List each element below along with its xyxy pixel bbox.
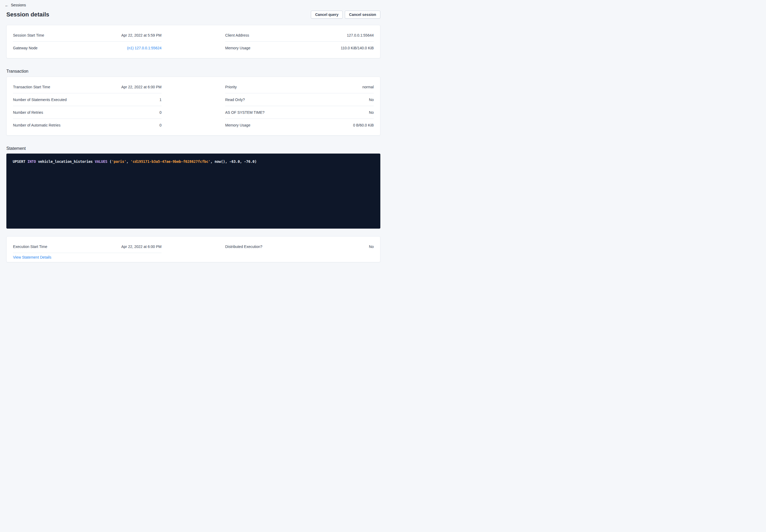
execution-right-column: Distributed Execution? No <box>225 240 374 260</box>
sql-string-token: 'paris' <box>112 159 127 164</box>
sql-string-token: 'cd195171-b3a5-47ae-9beb-f028627fcfbc' <box>130 159 210 164</box>
distributed-execution-row: Distributed Execution? No <box>225 240 374 253</box>
view-statement-details-row: View Statement Details <box>13 253 162 260</box>
priority-value: normal <box>362 85 374 89</box>
view-statement-details-link[interactable]: View Statement Details <box>13 255 51 259</box>
gateway-node-link[interactable]: (n1) 127.0.0.1:55624 <box>127 46 162 50</box>
distributed-execution-value: No <box>369 245 374 249</box>
session-start-time-value: Apr 22, 2022 at 5:59 PM <box>121 33 162 37</box>
number-of-retries-row: Number of Retries 0 <box>13 106 162 119</box>
statements-executed-row: Number of Statements Executed 1 <box>13 93 162 106</box>
transaction-start-time-row: Transaction Start Time Apr 22, 2022 at 6… <box>13 81 162 93</box>
transaction-start-time-value: Apr 22, 2022 at 6:00 PM <box>121 85 162 89</box>
session-summary-right-column: Client Address 127.0.0.1:55644 Memory Us… <box>225 29 374 54</box>
page-title: Session details <box>6 11 49 18</box>
breadcrumb-label: Sessions <box>11 3 26 7</box>
sql-token: , now(), -63.0, -76.0) <box>210 159 256 164</box>
back-arrow-icon <box>5 3 9 7</box>
execution-start-time-value: Apr 22, 2022 at 6:00 PM <box>121 245 162 249</box>
statements-executed-value: 1 <box>159 98 162 102</box>
cancel-session-button[interactable]: Cancel session <box>345 11 380 19</box>
back-to-sessions-link[interactable]: Sessions <box>5 3 26 7</box>
as-of-system-time-row: AS OF SYSTEM TIME? No <box>225 106 374 119</box>
client-address-label: Client Address <box>225 33 249 37</box>
execution-card: Execution Start Time Apr 22, 2022 at 6:0… <box>6 236 380 262</box>
statements-executed-label: Number of Statements Executed <box>13 98 67 102</box>
sql-keyword-token: VALUES <box>95 159 107 164</box>
statement-section-heading: Statement <box>6 146 380 151</box>
distributed-execution-label: Distributed Execution? <box>225 245 262 249</box>
execution-left-column: Execution Start Time Apr 22, 2022 at 6:0… <box>13 240 162 260</box>
automatic-retries-value: 0 <box>159 123 162 127</box>
gateway-node-label: Gateway Node <box>13 46 38 50</box>
sql-token: vehicle_location_histories <box>36 159 95 164</box>
execution-start-time-label: Execution Start Time <box>13 245 47 249</box>
cancel-query-button[interactable]: Cancel query <box>311 11 343 19</box>
priority-row: Priority normal <box>225 81 374 93</box>
sql-token: UPSERT <box>13 159 28 164</box>
transaction-start-time-label: Transaction Start Time <box>13 85 50 89</box>
transaction-left-column: Transaction Start Time Apr 22, 2022 at 6… <box>13 81 162 132</box>
transaction-memory-usage-value: 0 B/60.0 KiB <box>353 123 374 127</box>
execution-start-time-row: Execution Start Time Apr 22, 2022 at 6:0… <box>13 240 162 253</box>
transaction-section-heading: Transaction <box>6 69 380 74</box>
client-address-value: 127.0.0.1:55644 <box>347 33 374 37</box>
page-header: Session details Cancel query Cancel sess… <box>6 11 380 19</box>
session-memory-usage-row: Memory Usage 110.0 KiB/140.0 KiB <box>225 42 374 54</box>
client-address-row: Client Address 127.0.0.1:55644 <box>225 29 374 42</box>
header-actions: Cancel query Cancel session <box>311 11 380 19</box>
number-of-retries-label: Number of Retries <box>13 110 43 115</box>
session-summary-left-column: Session Start Time Apr 22, 2022 at 5:59 … <box>13 29 162 54</box>
statement-sql-box: UPSERT INTO vehicle_location_histories V… <box>6 154 380 229</box>
automatic-retries-label: Number of Automatic Retries <box>13 123 60 127</box>
transaction-card: Transaction Start Time Apr 22, 2022 at 6… <box>6 77 380 136</box>
session-start-time-row: Session Start Time Apr 22, 2022 at 5:59 … <box>13 29 162 42</box>
session-memory-usage-value: 110.0 KiB/140.0 KiB <box>341 46 374 50</box>
session-memory-usage-label: Memory Usage <box>225 46 250 50</box>
sql-keyword-token: INTO <box>28 159 36 164</box>
breadcrumb: Sessions <box>5 2 380 8</box>
read-only-row: Read Only? No <box>225 93 374 106</box>
automatic-retries-row: Number of Automatic Retries 0 <box>13 119 162 132</box>
session-details-page: Sessions Session details Cancel query Ca… <box>0 0 383 266</box>
sql-token: ( <box>107 159 112 164</box>
as-of-system-time-value: No <box>369 110 374 115</box>
read-only-value: No <box>369 98 374 102</box>
transaction-memory-usage-row: Memory Usage 0 B/60.0 KiB <box>225 119 374 132</box>
number-of-retries-value: 0 <box>159 110 162 115</box>
transaction-right-column: Priority normal Read Only? No AS OF SYST… <box>225 81 374 132</box>
session-start-time-label: Session Start Time <box>13 33 44 37</box>
gateway-node-row: Gateway Node (n1) 127.0.0.1:55624 <box>13 42 162 54</box>
sql-token: , <box>126 159 130 164</box>
statement-sql-code: UPSERT INTO vehicle_location_histories V… <box>13 159 257 164</box>
as-of-system-time-label: AS OF SYSTEM TIME? <box>225 110 264 115</box>
session-summary-card: Session Start Time Apr 22, 2022 at 5:59 … <box>6 25 380 58</box>
transaction-memory-usage-label: Memory Usage <box>225 123 250 127</box>
priority-label: Priority <box>225 85 237 89</box>
read-only-label: Read Only? <box>225 98 245 102</box>
